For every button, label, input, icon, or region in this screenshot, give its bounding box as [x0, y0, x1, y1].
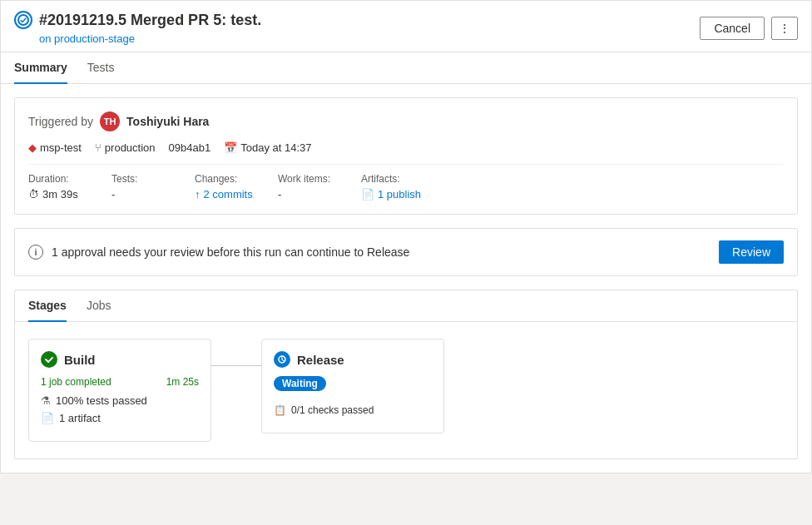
changes-label: Changes: [195, 173, 278, 185]
build-card-title: Build [41, 351, 199, 368]
branch-name: production [105, 141, 156, 154]
work-items-stat: Work items: - [278, 173, 361, 201]
work-items-value: - [278, 188, 361, 201]
header: #20191219.5 Merged PR 5: test. on produc… [1, 1, 811, 52]
approval-message: 1 approval needs your review before this… [52, 245, 409, 259]
build-success-icon [41, 351, 57, 368]
release-card-title: Release [274, 351, 432, 368]
build-subtitle: 1 job completed 1m 25s [41, 376, 199, 388]
triggered-user-name: Toshiyuki Hara [126, 115, 209, 128]
release-waiting-icon [274, 351, 290, 368]
artifact-icon: 📄 [41, 412, 54, 424]
pipeline-name-item: ◆ msp-test [28, 141, 82, 154]
build-stage-card: Build 1 job completed 1m 25s ⚗ 100% test… [28, 339, 211, 442]
pipeline-stage-link[interactable]: on production-stage [39, 32, 261, 45]
stats-row: Duration: ⏱ 3m 39s Tests: - Changes: ↑ 2… [28, 164, 784, 201]
artifacts-icon: 📄 [361, 188, 374, 201]
triggered-by-row: Triggered by TH Toshiyuki Hara [28, 111, 784, 131]
cancel-button[interactable]: Cancel [700, 17, 765, 40]
header-actions: Cancel ⋮ [700, 17, 798, 40]
commit-item: 09b4ab1 [169, 141, 211, 154]
header-left: #20191219.5 Merged PR 5: test. on produc… [14, 11, 261, 45]
review-button[interactable]: Review [719, 240, 784, 264]
artifacts-value[interactable]: 📄 1 publish [361, 188, 444, 201]
duration-icon: ⏱ [28, 188, 39, 201]
tab-jobs[interactable]: Jobs [87, 290, 111, 322]
info-icon: i [28, 245, 43, 260]
build-tests-item: ⚗ 100% tests passed [41, 394, 199, 407]
date-item: 📅 Today at 14:37 [224, 141, 311, 154]
release-stage-card: Release Waiting 📋 0/1 checks passed [261, 339, 444, 433]
page-title: #20191219.5 Merged PR 5: test. [39, 12, 261, 29]
commit-hash: 09b4ab1 [169, 141, 211, 154]
ellipsis-icon: ⋮ [779, 22, 790, 35]
page-container: #20191219.5 Merged PR 5: test. on produc… [0, 0, 812, 473]
main-tabs: Summary Tests [1, 52, 811, 84]
svg-point-0 [18, 15, 28, 25]
tests-label: Tests: [111, 173, 195, 185]
pipeline-name: msp-test [40, 141, 82, 154]
run-date: Today at 14:37 [240, 141, 311, 154]
pipeline-status-icon [14, 11, 32, 29]
release-checks-item: 📋 0/1 checks passed [274, 404, 432, 416]
stages-content: Build 1 job completed 1m 25s ⚗ 100% test… [15, 322, 797, 458]
tab-summary[interactable]: Summary [14, 52, 67, 84]
triggered-by-label: Triggered by [28, 115, 93, 128]
connector-line [211, 365, 261, 366]
changes-icon: ↑ [195, 188, 201, 201]
artifacts-stat: Artifacts: 📄 1 publish [361, 173, 444, 201]
header-title-row: #20191219.5 Merged PR 5: test. [14, 11, 261, 29]
release-stage-name: Release [297, 353, 344, 367]
changes-stat: Changes: ↑ 2 commits [195, 173, 278, 201]
tests-stat: Tests: - [111, 173, 195, 201]
waiting-badge: Waiting [274, 376, 326, 391]
stages-tabs: Stages Jobs [15, 290, 797, 322]
calendar-icon: 📅 [224, 141, 237, 154]
changes-value[interactable]: ↑ 2 commits [195, 188, 278, 201]
approval-banner: i 1 approval needs your review before th… [14, 228, 798, 276]
work-items-label: Work items: [278, 173, 361, 185]
tab-tests[interactable]: Tests [87, 52, 115, 84]
stage-connector [211, 365, 261, 366]
build-stage-name: Build [64, 353, 96, 367]
tab-stages[interactable]: Stages [28, 290, 67, 322]
pipeline-icon: ◆ [28, 141, 37, 154]
stages-section: Stages Jobs Build 1 job completed [14, 290, 798, 459]
build-duration: 1m 25s [166, 376, 199, 388]
build-jobs-completed: 1 job completed [41, 376, 111, 388]
duration-label: Duration: [28, 173, 111, 185]
branch-item: ⑂ production [95, 141, 156, 154]
approval-left: i 1 approval needs your review before th… [28, 245, 409, 260]
duration-stat: Duration: ⏱ 3m 39s [28, 173, 111, 201]
check-icon: 📋 [274, 404, 286, 416]
user-avatar: TH [100, 111, 120, 131]
meta-row: ◆ msp-test ⑂ production 09b4ab1 📅 Today … [28, 141, 784, 154]
flask-icon: ⚗ [41, 394, 51, 407]
duration-value: ⏱ 3m 39s [28, 188, 111, 201]
tests-value: - [111, 188, 195, 201]
more-options-button[interactable]: ⋮ [771, 17, 798, 40]
branch-icon: ⑂ [95, 141, 102, 154]
summary-section: Triggered by TH Toshiyuki Hara ◆ msp-tes… [14, 97, 798, 215]
build-artifact-item: 📄 1 artifact [41, 412, 199, 424]
artifacts-label: Artifacts: [361, 173, 444, 185]
